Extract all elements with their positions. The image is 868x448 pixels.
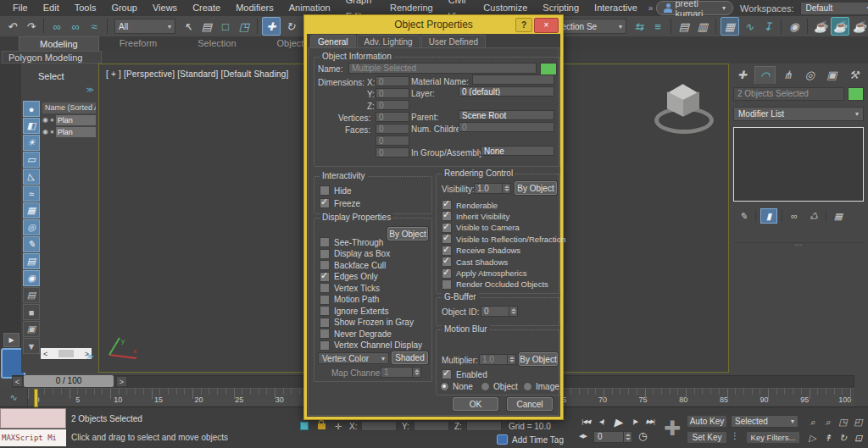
- checkbox[interactable]: [320, 329, 330, 339]
- backface-cull-checkbox[interactable]: Backface Cull: [320, 260, 428, 270]
- never-degrade-checkbox[interactable]: Never Degrade: [320, 329, 428, 339]
- radio-button[interactable]: [523, 382, 532, 391]
- inherit-visibility-checkbox[interactable]: Inherit Visibility: [442, 211, 557, 221]
- explorer-column-header[interactable]: Name (Sorted A: [42, 102, 96, 113]
- enabled-checkbox[interactable]: Enabled: [442, 369, 487, 379]
- toolbar-button[interactable]: ∞: [48, 18, 65, 35]
- list-item[interactable]: ◉ ● Plan: [42, 126, 96, 137]
- z-coordinate-field[interactable]: [466, 421, 502, 431]
- see-through-checkbox[interactable]: See-Through: [320, 237, 428, 247]
- map-channel-spinner[interactable]: 1: [381, 367, 421, 378]
- modifier-list-dropdown[interactable]: Modifier List ▾: [733, 107, 864, 121]
- checkbox[interactable]: [442, 369, 452, 379]
- viewcube[interactable]: [654, 83, 715, 136]
- explorer-toolbar-button[interactable]: ▤: [23, 287, 40, 303]
- stack-toolbar-button[interactable]: ∞: [787, 209, 802, 223]
- vertex-color-dropdown[interactable]: Vertex Color ▾: [318, 352, 389, 364]
- chevrons-icon[interactable]: ≫: [86, 352, 94, 361]
- playback-button[interactable]: ◀|: [594, 415, 608, 429]
- checkbox[interactable]: [442, 223, 452, 233]
- explorer-toolbar-button[interactable]: ▼: [23, 338, 40, 354]
- spinner-arrows-icon[interactable]: [509, 307, 517, 316]
- viewport-label[interactable]: [ + ] [Perspective] [Standard] [Default …: [106, 69, 289, 79]
- circle-icon[interactable]: ●: [50, 116, 54, 124]
- extra-field-1[interactable]: 0: [376, 136, 409, 146]
- toolbar-button[interactable]: ↶: [3, 18, 20, 35]
- checkbox[interactable]: [442, 200, 452, 210]
- explorer-scrollbar[interactable]: < >: [41, 348, 92, 359]
- menu-item[interactable]: Group: [103, 0, 145, 16]
- toolbar-button[interactable]: [257, 19, 258, 34]
- checkbox[interactable]: [320, 272, 330, 282]
- toolbar-button[interactable]: ◳: [236, 18, 253, 35]
- rendering-by-object-button[interactable]: By Object: [515, 181, 557, 195]
- toolbar-button[interactable]: ▤: [198, 18, 215, 35]
- checkbox[interactable]: [442, 211, 452, 221]
- explorer-toolbar-button[interactable]: ◎: [23, 219, 40, 235]
- time-tag-cube-icon[interactable]: [497, 434, 508, 445]
- checkbox[interactable]: [320, 185, 330, 196]
- selection-lock-icon[interactable]: [315, 418, 327, 430]
- ribbon-tab[interactable]: Modeling: [19, 36, 99, 51]
- checkbox[interactable]: [320, 340, 330, 351]
- playback-button[interactable]: |◀◀: [579, 415, 593, 429]
- viewport-nav-button[interactable]: ▷: [805, 430, 820, 445]
- explorer-toolbar-button[interactable]: ■: [23, 304, 40, 320]
- viewport-nav-button[interactable]: ↻: [836, 430, 850, 445]
- stack-toolbar-button[interactable]: ▦: [831, 209, 846, 223]
- apply-atmospherics-checkbox[interactable]: Apply Atmospherics: [442, 268, 557, 279]
- time-slider-handle[interactable]: 0 / 100: [24, 375, 114, 387]
- checkbox[interactable]: [442, 246, 452, 256]
- selection-lock-cube-icon[interactable]: [298, 420, 310, 432]
- toolbar-button[interactable]: □: [217, 18, 234, 35]
- num-children-field[interactable]: 0: [459, 122, 554, 132]
- stack-toolbar-button[interactable]: ✎: [736, 209, 751, 223]
- dimension-y-field[interactable]: 0: [376, 88, 409, 98]
- motion-blur-none-radio[interactable]: None: [440, 382, 473, 391]
- explorer-toolbar-button[interactable]: ✎: [23, 236, 40, 252]
- toolbar-button[interactable]: ☕: [831, 17, 849, 36]
- menu-item[interactable]: Interactive: [587, 0, 645, 16]
- viewport-nav-button[interactable]: ⌕: [805, 414, 820, 429]
- absolute-offset-icon[interactable]: ✛: [332, 420, 344, 432]
- viewport-nav-button[interactable]: ⌕: [821, 414, 835, 429]
- toolbar-button[interactable]: ☕: [812, 18, 829, 35]
- toolbar-button[interactable]: [781, 19, 782, 34]
- radio-button[interactable]: [440, 382, 449, 391]
- checkbox[interactable]: [320, 237, 330, 247]
- object-color-swatch[interactable]: [540, 63, 557, 75]
- visible-to-reflection-checkbox[interactable]: Visible to Reflection/Refraction: [442, 234, 557, 244]
- ribbon-tab[interactable]: Freeform: [99, 36, 178, 51]
- command-panel-tab[interactable]: ✚: [732, 66, 752, 83]
- viewport-nav-button[interactable]: ⊡: [851, 430, 865, 445]
- layout-flyout-button[interactable]: ▶: [3, 333, 19, 347]
- toolbar-button[interactable]: [715, 19, 716, 34]
- mini-curve-editor-button[interactable]: ∿: [0, 388, 28, 407]
- checkbox[interactable]: [442, 234, 452, 244]
- auto-key-button[interactable]: Auto Key: [687, 415, 727, 428]
- eye-icon[interactable]: ◉: [42, 128, 48, 136]
- spinner-arrows-icon[interactable]: [412, 368, 420, 377]
- dimension-z-field[interactable]: 0: [376, 100, 409, 110]
- object-name-field[interactable]: 2 Objects Selected: [733, 87, 844, 101]
- cast-shadows-checkbox[interactable]: Cast Shadows: [442, 257, 557, 267]
- command-panel-tab[interactable]: ◠: [754, 66, 776, 84]
- explorer-toolbar-button[interactable]: ▦: [23, 202, 40, 218]
- checkbox[interactable]: [442, 279, 452, 290]
- explorer-toolbar-button[interactable]: ☀: [23, 135, 40, 151]
- name-field[interactable]: Multiple Selected: [348, 63, 537, 74]
- receive-shadows-checkbox[interactable]: Receive Shadows: [442, 246, 557, 256]
- explorer-toolbar-button[interactable]: ●: [23, 101, 40, 117]
- selection-filter-dropdown[interactable]: All ▾: [114, 19, 175, 34]
- current-frame-field[interactable]: 0: [593, 431, 632, 443]
- menu-item[interactable]: Create: [185, 0, 228, 16]
- stack-toolbar-button[interactable]: ▮: [760, 208, 777, 224]
- key-selection-dropdown[interactable]: Selected ▾: [731, 415, 798, 428]
- toolbar-button[interactable]: [670, 19, 671, 34]
- toolbar-button[interactable]: ▦: [721, 17, 739, 36]
- toolbar-button[interactable]: ↷: [22, 18, 39, 35]
- chevrons-icon[interactable]: ≫: [86, 86, 94, 94]
- material-name-field[interactable]: [472, 75, 554, 85]
- dimension-x-field[interactable]: 0: [376, 76, 409, 86]
- extra-field-2[interactable]: 0: [376, 147, 409, 158]
